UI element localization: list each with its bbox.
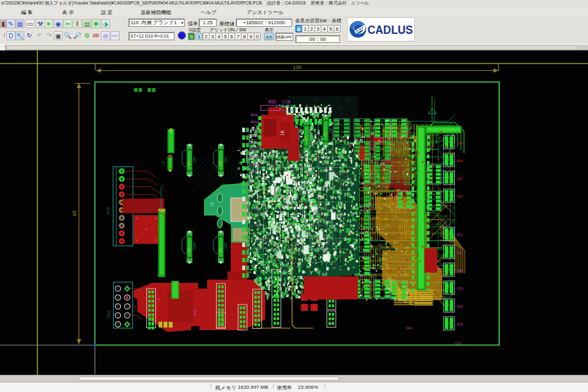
- svg-text:202: 202: [219, 248, 222, 253]
- svg-text:R08: R08: [412, 207, 417, 211]
- svg-text:10: 10: [270, 149, 273, 153]
- svg-text:C53: C53: [457, 141, 463, 145]
- svg-text:C: C: [286, 189, 288, 192]
- svg-text:R012: R012: [251, 155, 258, 159]
- svg-text:C013: C013: [251, 134, 258, 138]
- svg-text:R27: R27: [457, 177, 463, 181]
- svg-text:10: 10: [300, 245, 303, 248]
- svg-text:10: 10: [341, 130, 344, 133]
- svg-text:10: 10: [314, 209, 318, 212]
- svg-text:C22: C22: [412, 172, 417, 175]
- svg-text:R08: R08: [403, 280, 408, 283]
- svg-text:4K: 4K: [277, 235, 280, 238]
- svg-text:C55: C55: [457, 287, 463, 290]
- svg-text:C: C: [323, 250, 325, 253]
- svg-text:R12: R12: [412, 283, 417, 286]
- svg-text:R08: R08: [392, 225, 397, 228]
- svg-text:R: R: [252, 207, 254, 210]
- svg-text:202: 202: [323, 132, 327, 137]
- svg-text:R1: R1: [306, 218, 309, 222]
- svg-text:C3: C3: [345, 175, 349, 178]
- svg-text:C3: C3: [328, 149, 332, 152]
- svg-text:C19: C19: [282, 100, 290, 104]
- svg-text:Cn2: Cn2: [106, 207, 110, 215]
- svg-text:C3: C3: [314, 269, 318, 272]
- svg-text:C1: C1: [275, 258, 279, 261]
- svg-text:C013: C013: [251, 169, 258, 173]
- svg-text:C22: C22: [403, 219, 408, 222]
- svg-text:R6: R6: [389, 194, 393, 197]
- svg-text:R: R: [259, 155, 261, 158]
- svg-text:4K: 4K: [310, 243, 313, 246]
- svg-text:10: 10: [325, 185, 328, 188]
- svg-text:L3: L3: [157, 298, 160, 302]
- svg-text:C58: C58: [457, 269, 463, 273]
- svg-text:L6: L6: [161, 161, 165, 165]
- svg-text:C: C: [289, 262, 291, 265]
- svg-text:C3: C3: [302, 177, 306, 181]
- svg-text:C: C: [306, 156, 308, 159]
- svg-text:C57: C57: [329, 127, 332, 133]
- svg-text:C3: C3: [296, 243, 300, 246]
- svg-text:C: C: [250, 182, 252, 185]
- svg-text:R33: R33: [457, 305, 463, 308]
- svg-text:R08: R08: [403, 132, 408, 135]
- svg-text:C92: C92: [192, 156, 196, 162]
- svg-text:R1: R1: [258, 237, 262, 240]
- svg-text:C3: C3: [311, 188, 315, 191]
- svg-text:R08: R08: [382, 169, 387, 172]
- svg-text:10: 10: [332, 164, 336, 167]
- svg-text:C: C: [263, 228, 265, 231]
- svg-text:R12: R12: [387, 261, 392, 264]
- svg-text:R: R: [329, 240, 330, 243]
- svg-text:C116: C116: [192, 243, 196, 250]
- svg-text:10: 10: [274, 163, 277, 166]
- svg-text:R12: R12: [379, 215, 384, 218]
- svg-text:202: 202: [304, 137, 307, 142]
- svg-text:C: C: [263, 265, 265, 268]
- svg-text:4K: 4K: [297, 266, 300, 269]
- svg-text:C91: C91: [224, 156, 228, 162]
- svg-text:C015: C015: [251, 162, 258, 166]
- svg-text:4K: 4K: [285, 198, 288, 201]
- svg-text:10: 10: [258, 188, 261, 192]
- svg-text:R20: R20: [268, 100, 276, 104]
- svg-text:R12: R12: [389, 124, 394, 127]
- svg-text:130: 130: [293, 64, 302, 70]
- svg-text:1K: 1K: [280, 130, 284, 135]
- svg-text:R12: R12: [405, 168, 410, 171]
- svg-text:C3: C3: [327, 168, 330, 171]
- svg-text:R1: R1: [256, 166, 259, 169]
- svg-text:C22: C22: [382, 277, 387, 280]
- svg-text:C1: C1: [299, 153, 303, 156]
- svg-text:C3: C3: [263, 239, 267, 242]
- svg-text:C: C: [288, 177, 290, 180]
- svg-text:R40: R40: [406, 326, 412, 330]
- svg-text:C22: C22: [364, 267, 369, 270]
- svg-text:4K: 4K: [270, 234, 274, 237]
- svg-text:R31: R31: [457, 251, 463, 255]
- svg-text:C37: C37: [309, 132, 313, 138]
- svg-text:C115: C115: [224, 243, 228, 250]
- svg-text:R12: R12: [413, 160, 418, 163]
- svg-text:C015: C015: [251, 127, 258, 131]
- svg-text:10: 10: [312, 261, 315, 264]
- svg-text:R012: R012: [251, 141, 258, 145]
- svg-text:10: 10: [316, 156, 320, 159]
- svg-text:Cn1: Cn1: [107, 310, 111, 318]
- svg-text:85: 85: [72, 210, 77, 216]
- svg-text:10: 10: [284, 204, 288, 207]
- svg-text:R12: R12: [405, 246, 410, 249]
- svg-text:R12: R12: [378, 243, 383, 246]
- svg-text:R12: R12: [396, 150, 401, 153]
- svg-text:202: 202: [219, 161, 222, 166]
- svg-text:C1: C1: [278, 250, 282, 253]
- svg-text:C1: C1: [288, 247, 292, 250]
- svg-text:C: C: [261, 223, 263, 227]
- svg-text:R08: R08: [405, 147, 410, 151]
- svg-text:R23: R23: [457, 159, 463, 163]
- svg-text:10: 10: [279, 226, 282, 229]
- svg-text:C013: C013: [251, 148, 258, 152]
- svg-text:C3: C3: [344, 137, 348, 140]
- svg-text:R: R: [265, 208, 267, 211]
